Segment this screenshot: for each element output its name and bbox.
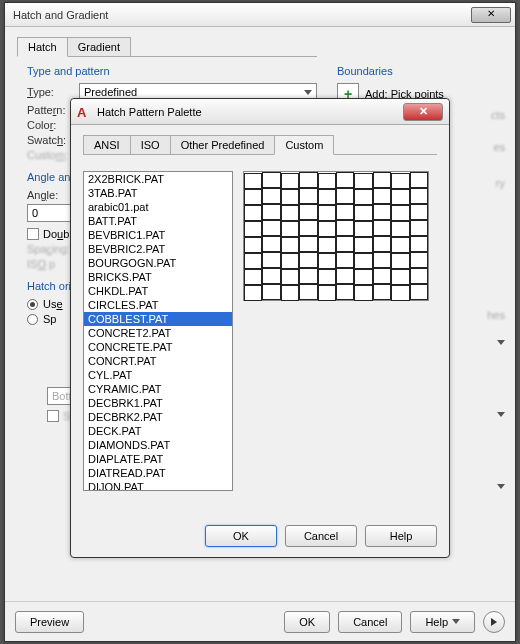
palette-tab-custom[interactable]: Custom [274,135,334,155]
list-item[interactable]: DECBRK2.PAT [84,410,232,424]
expand-button[interactable] [483,611,505,633]
specified-label: Sp [43,313,56,325]
list-item[interactable]: 2X2BRICK.PAT [84,172,232,186]
cancel-button[interactable]: Cancel [338,611,402,633]
palette-tab-other-predefined[interactable]: Other Predefined [170,135,276,154]
list-item[interactable]: DIAMONDS.PAT [84,438,232,452]
list-item[interactable]: CYL.PAT [84,368,232,382]
hatch-pattern-palette-dialog: A Hatch Pattern Palette ✕ ANSIISOOther P… [70,98,450,558]
use-current-label: Use [43,298,63,310]
pattern-preview [243,171,429,301]
store-default-checkbox[interactable] [47,410,59,422]
list-item[interactable]: BATT.PAT [84,214,232,228]
list-item[interactable]: CIRCLES.PAT [84,298,232,312]
palette-titlebar: A Hatch Pattern Palette ✕ [71,99,449,125]
window-title: Hatch and Gradient [9,9,471,21]
list-item[interactable]: CYRAMIC.PAT [84,382,232,396]
chevron-down-icon[interactable] [497,484,505,501]
list-item[interactable]: DIJON.PAT [84,480,232,491]
main-tabs: Hatch Gradient [17,37,317,57]
dialog-buttons: Preview OK Cancel Help [5,601,515,641]
double-checkbox[interactable] [27,228,39,240]
cancel-button[interactable]: Cancel [285,525,357,547]
help-button[interactable]: Help [365,525,437,547]
list-item[interactable]: CONCRETE.PAT [84,340,232,354]
ok-button[interactable]: OK [205,525,277,547]
list-item[interactable]: BEVBRIC2.PAT [84,242,232,256]
app-icon: A [77,105,91,119]
radio-specified-origin[interactable] [27,314,38,325]
list-item[interactable]: DECBRK1.PAT [84,396,232,410]
titlebar: Hatch and Gradient ✕ [5,3,515,27]
radio-current-origin[interactable] [27,299,38,310]
tab-hatch[interactable]: Hatch [17,37,68,57]
pattern-list[interactable]: 2X2BRICK.PAT3TAB.PATarabic01.patBATT.PAT… [83,171,233,491]
chevron-down-icon[interactable] [497,412,505,429]
list-item[interactable]: BEVBRIC1.PAT [84,228,232,242]
palette-tabs: ANSIISOOther PredefinedCustom [83,135,437,155]
palette-tab-ansi[interactable]: ANSI [83,135,131,154]
chevron-down-icon [304,90,312,95]
help-button[interactable]: Help [410,611,475,633]
section-type: Type and pattern [27,65,317,77]
section-boundaries: Boundaries [337,65,505,77]
list-item[interactable]: DIAPLATE.PAT [84,452,232,466]
preview-button[interactable]: Preview [15,611,84,633]
palette-tab-iso[interactable]: ISO [130,135,171,154]
list-item[interactable]: CONCRT.PAT [84,354,232,368]
type-label: Type: [27,86,79,98]
list-item[interactable]: BOURGOGN.PAT [84,256,232,270]
list-item[interactable]: arabic01.pat [84,200,232,214]
list-item[interactable]: BRICKS.PAT [84,270,232,284]
ok-button[interactable]: OK [284,611,330,633]
list-item[interactable]: CHKDL.PAT [84,284,232,298]
list-item[interactable]: CONCRET2.PAT [84,326,232,340]
chevron-down-icon [452,619,460,624]
list-item[interactable]: 3TAB.PAT [84,186,232,200]
tab-gradient[interactable]: Gradient [67,37,131,56]
chevron-down-icon[interactable] [497,340,505,357]
palette-title: Hatch Pattern Palette [97,106,403,118]
list-item[interactable]: DECK.PAT [84,424,232,438]
list-item[interactable]: DIATREAD.PAT [84,466,232,480]
close-icon[interactable]: ✕ [403,103,443,121]
arrow-right-icon [491,618,497,626]
close-icon[interactable]: ✕ [471,7,511,23]
list-item[interactable]: COBBLEST.PAT [84,312,232,326]
